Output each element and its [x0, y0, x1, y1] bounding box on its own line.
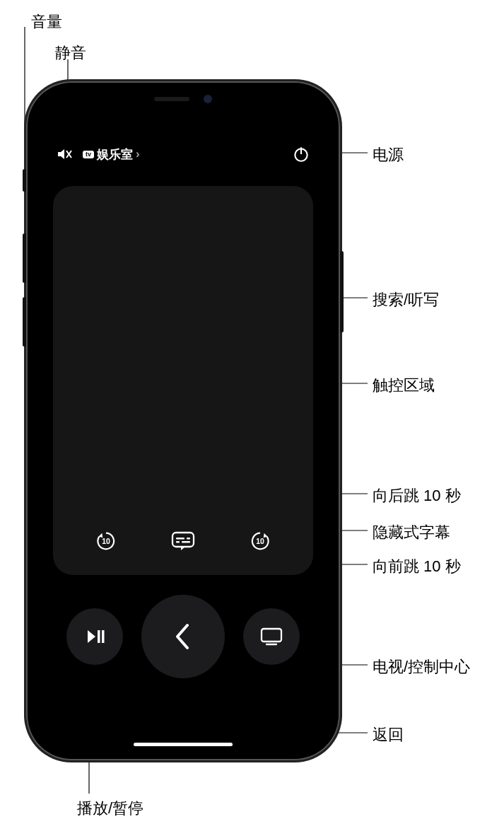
- skip-forward-10-button[interactable]: 10: [245, 526, 276, 557]
- callout-power: 电源: [373, 144, 404, 166]
- svg-rect-7: [187, 538, 190, 540]
- power-button[interactable]: [292, 145, 310, 163]
- svg-rect-6: [176, 538, 184, 540]
- phone-speaker: [154, 97, 189, 101]
- phone-screen: tv 娱乐室 › 10: [36, 88, 330, 753]
- phone-volume-up: [23, 233, 26, 283]
- skip-back-10-icon: 10: [94, 529, 118, 553]
- svg-rect-9: [182, 541, 190, 543]
- callout-search: 搜索/听写: [373, 289, 439, 311]
- callout-play: 播放/暂停: [77, 798, 143, 819]
- callout-volume: 音量: [31, 11, 62, 33]
- phone-silence-switch: [23, 169, 26, 192]
- speaker-mute-icon: [56, 146, 73, 163]
- play-pause-button[interactable]: [66, 608, 123, 665]
- device-selector[interactable]: tv 娱乐室 ›: [83, 146, 140, 163]
- phone-camera: [204, 95, 212, 103]
- back-button[interactable]: [141, 595, 225, 678]
- svg-text:10: 10: [102, 538, 110, 545]
- captions-icon: [171, 531, 195, 551]
- callout-back: 返回: [373, 724, 404, 745]
- tv-control-center-button[interactable]: [243, 608, 300, 665]
- power-icon: [292, 145, 310, 163]
- remote-topbar: tv 娱乐室 ›: [36, 137, 330, 172]
- callout-cc: 隐藏式字幕: [373, 522, 450, 543]
- callout-tv-cc: 电视/控制中心: [373, 656, 470, 678]
- bottom-controls: [36, 595, 330, 678]
- callout-skip-back: 向后跳 10 秒: [373, 485, 461, 506]
- mute-button[interactable]: [56, 146, 73, 163]
- touchpad-button-row: 10 1: [53, 526, 313, 557]
- svg-rect-8: [176, 541, 180, 543]
- chevron-left-icon: [172, 622, 194, 651]
- callout-mute: 静音: [55, 42, 86, 64]
- svg-rect-13: [262, 629, 281, 642]
- skip-back-10-button[interactable]: 10: [90, 526, 122, 557]
- home-indicator[interactable]: [134, 743, 233, 746]
- callout-skip-fwd: 向前跳 10 秒: [373, 556, 461, 577]
- apple-tv-badge-icon: tv: [83, 151, 94, 158]
- play-pause-icon: [84, 626, 105, 647]
- phone-volume-down: [23, 297, 26, 347]
- chevron-right-icon: ›: [136, 147, 140, 161]
- svg-text:10: 10: [257, 538, 265, 545]
- captions-button[interactable]: [168, 526, 199, 557]
- phone-notch: [116, 88, 250, 110]
- callout-touch: 触控区域: [373, 375, 435, 396]
- device-label: 娱乐室: [97, 146, 133, 163]
- touch-surface[interactable]: 10 1: [53, 186, 313, 575]
- phone-power-side: [340, 251, 344, 332]
- svg-rect-5: [172, 533, 194, 547]
- tv-icon: [259, 627, 283, 646]
- svg-rect-11: [98, 630, 100, 643]
- phone-frame: tv 娱乐室 › 10: [26, 81, 340, 760]
- svg-rect-12: [102, 630, 105, 643]
- skip-forward-10-icon: 10: [248, 529, 272, 553]
